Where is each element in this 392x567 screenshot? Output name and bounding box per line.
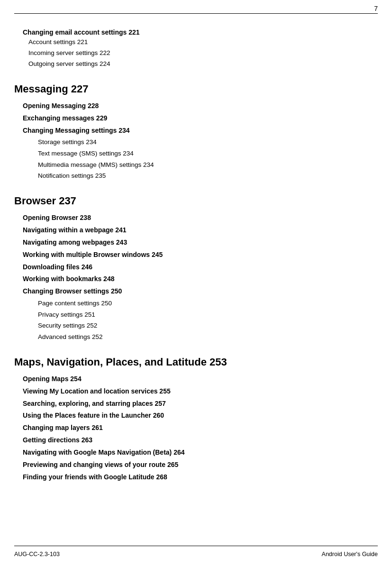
list-item: Opening Browser 238 [14,212,378,224]
list-item: Opening Messaging 228 [14,100,378,112]
list-item: Advanced settings 252 [14,331,378,343]
page-number: 7 [374,5,378,12]
list-item: Account settings 221 [14,37,378,48]
list-item: Working with bookmarks 248 [14,273,378,285]
list-item: Storage settings 234 [14,137,378,148]
section-messaging: Messaging 227 Opening Messaging 228 Exch… [14,83,378,182]
footer-line [14,546,378,546]
list-item: Page content settings 250 [14,298,378,309]
list-item: Changing Browser settings 250 [14,285,378,298]
list-item: Working with multiple Browser windows 24… [14,249,378,261]
list-item: Changing Messaging settings 234 [14,125,378,137]
section-maps: Maps, Navigation, Places, and Latitude 2… [14,356,378,484]
list-item: Incoming server settings 222 [14,48,378,59]
list-item: Using the Places feature in the Launcher… [14,410,378,422]
list-item: Viewing My Location and location service… [14,385,378,398]
list-item: Exchanging messages 229 [14,112,378,125]
section-browser: Browser 237 Opening Browser 238 Navigati… [14,195,378,343]
footer: AUG-CC-2.3-103 Android User's Guide [14,551,378,558]
list-item: Privacy settings 251 [14,309,378,320]
list-item: Downloading files 246 [14,261,378,274]
list-item: Changing map layers 261 [14,422,378,434]
list-item: Getting directions 263 [14,434,378,447]
list-item: Multimedia message (MMS) settings 234 [14,159,378,171]
list-item: Outgoing server settings 224 [14,59,378,70]
list-item: Finding your friends with Google Latitud… [14,471,378,484]
messaging-heading: Messaging 227 [14,83,378,95]
list-item: Navigating with Google Maps Navigation (… [14,447,378,459]
list-item: Navigating among webpages 243 [14,237,378,249]
email-heading: Changing email account settings 221 [14,28,378,36]
list-item: Text message (SMS) settings 234 [14,148,378,159]
browser-heading: Browser 237 [14,195,378,207]
list-item: Opening Maps 254 [14,373,378,385]
list-item: Security settings 252 [14,320,378,331]
list-item: Previewing and changing views of your ro… [14,459,378,471]
maps-heading: Maps, Navigation, Places, and Latitude 2… [14,356,378,368]
main-content: Changing email account settings 221 Acco… [0,9,392,525]
list-item: Navigating within a webpage 241 [14,224,378,237]
top-border [14,13,378,14]
footer-right: Android User's Guide [322,551,378,558]
footer-left: AUG-CC-2.3-103 [14,551,60,558]
list-item: Searching, exploring, and starring place… [14,398,378,410]
section-email: Changing email account settings 221 Acco… [14,28,378,70]
list-item: Notification settings 235 [14,170,378,182]
email-sub-items: Account settings 221 Incoming server set… [14,37,378,70]
